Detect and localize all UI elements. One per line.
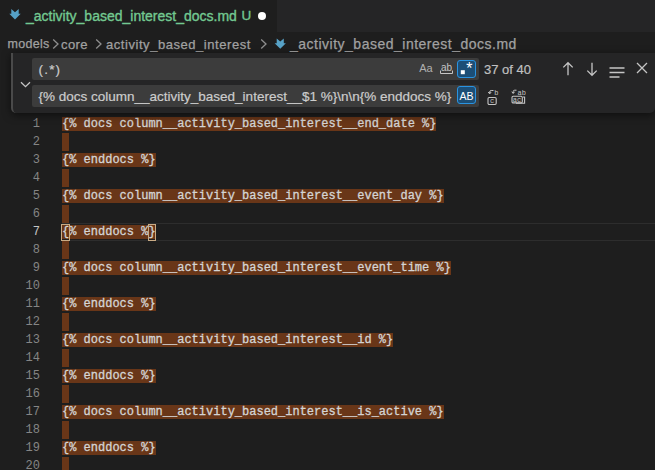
svg-text:ac: ac bbox=[513, 95, 521, 103]
svg-text:ab: ab bbox=[441, 62, 453, 73]
svg-text:c: c bbox=[490, 97, 494, 105]
svg-text:*: * bbox=[464, 61, 474, 77]
svg-text:b: b bbox=[494, 89, 498, 97]
